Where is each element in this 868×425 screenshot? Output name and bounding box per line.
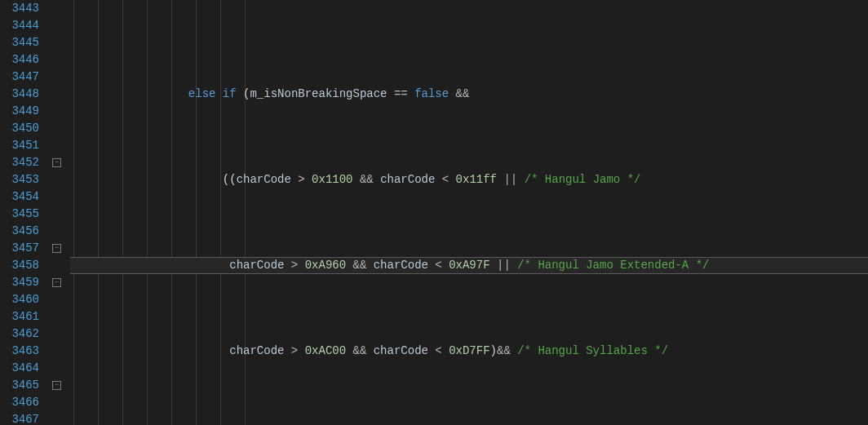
- kw-else: else: [188, 87, 216, 100]
- op: ||: [497, 259, 511, 272]
- line-number: 3460: [0, 291, 39, 308]
- line-number: 3449: [0, 103, 39, 120]
- comment: /* Hangul Syllables */: [517, 344, 668, 357]
- line-number: 3455: [0, 206, 39, 223]
- op: &&: [353, 259, 367, 272]
- line-number: 3446: [0, 51, 39, 69]
- line-number: 3459: [0, 274, 39, 291]
- ident: charCode: [237, 173, 291, 186]
- line-number: 3466: [0, 394, 39, 411]
- paren: (: [229, 173, 236, 186]
- fold-toggle[interactable]: −: [52, 158, 61, 167]
- op: &&: [497, 344, 511, 357]
- op: >: [291, 344, 298, 357]
- ident: charCode: [380, 173, 435, 186]
- hex: 0xD7FF: [449, 344, 489, 357]
- op: ==: [394, 87, 408, 100]
- comment: /* Hangul Jamo Extended-A */: [517, 259, 709, 272]
- line-number: 3457: [0, 240, 39, 257]
- fold-toggle[interactable]: −: [52, 278, 61, 287]
- ident: charCode: [374, 259, 428, 272]
- hex: 0xAC00: [305, 344, 346, 357]
- line-number: 3447: [0, 69, 39, 86]
- hex: 0xA97F: [449, 259, 489, 272]
- kw-if: if: [223, 87, 237, 100]
- code-line[interactable]: ((charCode > 0x1100 && charCode < 0x11ff…: [70, 171, 868, 188]
- line-number: 3450: [0, 120, 39, 137]
- fold-toggle[interactable]: −: [52, 244, 61, 253]
- line-number: 3443: [0, 0, 39, 17]
- hex: 0x1100: [312, 173, 352, 186]
- line-number: 3464: [0, 360, 39, 377]
- op: &&: [456, 87, 470, 100]
- indent: [72, 87, 188, 100]
- code-line[interactable]: else if (m_isNonBreakingSpace == false &…: [70, 86, 868, 103]
- line-number: 3452: [0, 154, 39, 171]
- code-editor[interactable]: 3443344434453446344734483449345034513452…: [0, 0, 868, 425]
- paren: ): [490, 344, 497, 357]
- line-number: 3444: [0, 17, 39, 34]
- line-number: 3462: [0, 325, 39, 343]
- line-number: 3463: [0, 343, 39, 360]
- line-number: 3451: [0, 137, 39, 154]
- indent: [72, 259, 229, 272]
- indent: [72, 344, 229, 357]
- fold-toggle[interactable]: −: [52, 381, 61, 390]
- ident: charCode: [374, 344, 428, 357]
- line-number: 3453: [0, 171, 39, 188]
- op: &&: [360, 173, 374, 186]
- line-number: 3465: [0, 377, 39, 394]
- line-number: 3456: [0, 223, 39, 240]
- paren: (: [223, 173, 229, 186]
- line-number: 3448: [0, 86, 39, 103]
- code-line[interactable]: charCode > 0xA960 && charCode < 0xA97F |…: [70, 257, 868, 274]
- indent: [72, 173, 223, 186]
- hex: 0xA960: [305, 259, 346, 272]
- comment: /* Hangul Jamo */: [525, 173, 641, 186]
- op: <: [435, 259, 441, 272]
- op: >: [291, 259, 298, 272]
- op: &&: [353, 344, 367, 357]
- bool: false: [414, 87, 449, 100]
- op: >: [298, 173, 304, 186]
- code-area[interactable]: else if (m_isNonBreakingSpace == false &…: [70, 0, 868, 425]
- ident: charCode: [229, 344, 284, 357]
- line-number: 3467: [0, 411, 39, 425]
- line-number: 3461: [0, 308, 39, 325]
- ident: charCode: [229, 259, 284, 272]
- line-number: 3445: [0, 34, 39, 51]
- op: <: [435, 344, 441, 357]
- line-number-gutter: 3443344434453446344734483449345034513452…: [0, 0, 47, 425]
- op: ||: [503, 173, 517, 186]
- fold-column: −−−−: [47, 0, 70, 425]
- ident: m_isNonBreakingSpace: [250, 87, 387, 100]
- code-line[interactable]: charCode > 0xAC00 && charCode < 0xD7FF)&…: [70, 343, 868, 360]
- hex: 0x11ff: [456, 173, 497, 186]
- op: <: [442, 173, 449, 186]
- line-number: 3458: [0, 257, 39, 274]
- line-number: 3454: [0, 188, 39, 206]
